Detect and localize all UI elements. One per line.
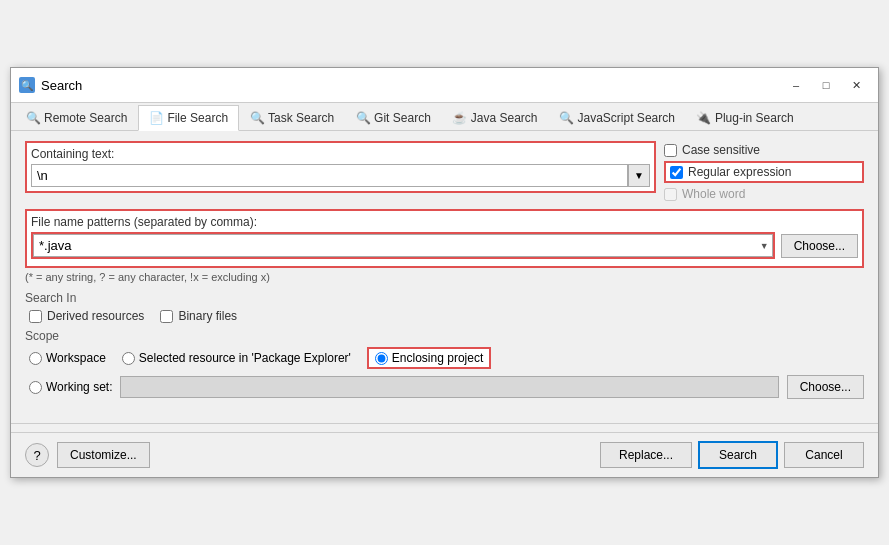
- git-search-icon: 🔍: [356, 111, 370, 125]
- tab-javascript-search[interactable]: 🔍 JavaScript Search: [549, 105, 686, 130]
- remote-search-icon: 🔍: [26, 111, 40, 125]
- java-search-icon: ☕: [453, 111, 467, 125]
- case-sensitive-row[interactable]: Case sensitive: [664, 143, 864, 157]
- choose-pattern-button[interactable]: Choose...: [781, 234, 858, 258]
- binary-files-row[interactable]: Binary files: [160, 309, 237, 323]
- tab-plugin-search[interactable]: 🔌 Plug-in Search: [686, 105, 805, 130]
- case-sensitive-checkbox[interactable]: [664, 144, 677, 157]
- tab-remote-search[interactable]: 🔍 Remote Search: [15, 105, 138, 130]
- search-in-label: Search In: [25, 291, 864, 305]
- cancel-button[interactable]: Cancel: [784, 442, 864, 468]
- choose-scope-button[interactable]: Choose...: [787, 375, 864, 399]
- containing-text-box: Containing text: ▼: [25, 141, 656, 193]
- window-title: Search: [41, 78, 82, 93]
- search-button[interactable]: Search: [698, 441, 778, 469]
- customize-button[interactable]: Customize...: [57, 442, 150, 468]
- selected-resource-radio[interactable]: [122, 352, 135, 365]
- scope-section: Scope Workspace Selected resource in 'Pa…: [25, 329, 864, 399]
- workspace-radio[interactable]: [29, 352, 42, 365]
- containing-text-section: Containing text: ▼ Case sensitive Regula…: [25, 141, 864, 201]
- derived-resources-row[interactable]: Derived resources: [29, 309, 144, 323]
- file-name-patterns-box: File name patterns (separated by comma):…: [25, 209, 864, 268]
- whole-word-row[interactable]: Whole word: [664, 187, 864, 201]
- regular-expression-checkbox[interactable]: [670, 166, 683, 179]
- selected-resource-radio-label[interactable]: Selected resource in 'Package Explorer': [122, 351, 351, 365]
- tab-java-search[interactable]: ☕ Java Search: [442, 105, 549, 130]
- binary-files-checkbox[interactable]: [160, 310, 173, 323]
- tab-file-search[interactable]: 📄 File Search: [138, 105, 239, 131]
- scope-label: Scope: [25, 329, 864, 343]
- tab-git-search[interactable]: 🔍 Git Search: [345, 105, 442, 130]
- working-set-radio[interactable]: [29, 381, 42, 394]
- close-button[interactable]: ✕: [842, 74, 870, 96]
- main-content: Containing text: ▼ Case sensitive Regula…: [11, 131, 878, 415]
- containing-text-dropdown[interactable]: ▼: [628, 164, 650, 187]
- window-controls: – □ ✕: [782, 74, 870, 96]
- file-name-patterns-label: File name patterns (separated by comma):: [31, 215, 858, 229]
- workspace-radio-label[interactable]: Workspace: [29, 351, 106, 365]
- file-pattern-select[interactable]: *.java *.xml *.properties *.txt: [33, 234, 773, 257]
- javascript-search-icon: 🔍: [560, 111, 574, 125]
- enclosing-project-radio-label[interactable]: Enclosing project: [367, 347, 491, 369]
- replace-button[interactable]: Replace...: [600, 442, 692, 468]
- bottom-bar: ? Customize... Replace... Search Cancel: [11, 432, 878, 477]
- working-set-radio-label[interactable]: Working set:: [29, 380, 112, 394]
- file-search-icon: 📄: [149, 111, 163, 125]
- search-in-section: Search In Derived resources Binary files: [25, 291, 864, 323]
- search-dialog: 🔍 Search – □ ✕ 🔍 Remote Search 📄 File Se…: [10, 67, 879, 478]
- enclosing-project-radio[interactable]: [375, 352, 388, 365]
- separator: [11, 423, 878, 424]
- help-button[interactable]: ?: [25, 443, 49, 467]
- containing-text-label: Containing text:: [31, 147, 650, 161]
- title-bar: 🔍 Search – □ ✕: [11, 68, 878, 103]
- working-set-input[interactable]: [120, 376, 778, 398]
- regular-expression-row[interactable]: Regular expression: [664, 161, 864, 183]
- whole-word-checkbox[interactable]: [664, 188, 677, 201]
- file-pattern-select-wrapper: *.java *.xml *.properties *.txt: [31, 232, 775, 259]
- hint-text: (* = any string, ? = any character, !x =…: [25, 271, 864, 283]
- tab-bar: 🔍 Remote Search 📄 File Search 🔍 Task Sea…: [11, 103, 878, 131]
- task-search-icon: 🔍: [250, 111, 264, 125]
- derived-resources-checkbox[interactable]: [29, 310, 42, 323]
- file-name-patterns-section: File name patterns (separated by comma):…: [25, 209, 864, 283]
- maximize-button[interactable]: □: [812, 74, 840, 96]
- minimize-button[interactable]: –: [782, 74, 810, 96]
- window-icon: 🔍: [19, 77, 35, 93]
- plugin-search-icon: 🔌: [697, 111, 711, 125]
- tab-task-search[interactable]: 🔍 Task Search: [239, 105, 345, 130]
- containing-text-input[interactable]: [31, 164, 628, 187]
